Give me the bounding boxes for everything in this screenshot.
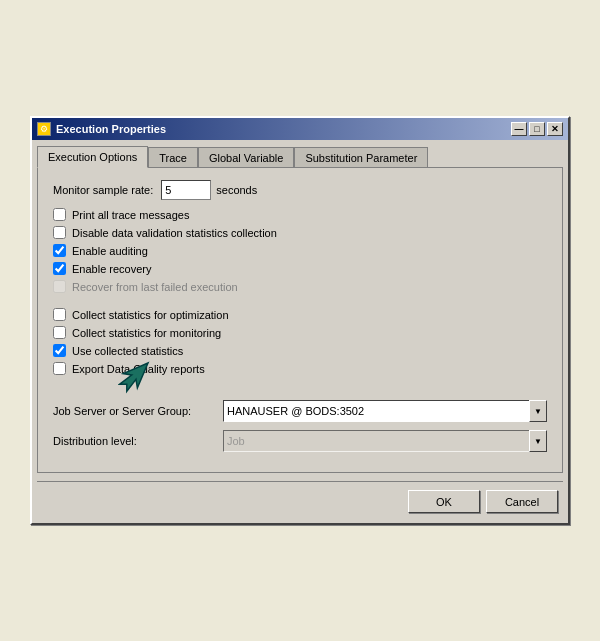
tab-substitution-parameter[interactable]: Substitution Parameter bbox=[294, 147, 428, 169]
job-server-row: Job Server or Server Group: HANAUSER @ B… bbox=[53, 400, 547, 422]
checkbox-row-print-trace: Print all trace messages bbox=[53, 208, 547, 221]
job-server-label: Job Server or Server Group: bbox=[53, 405, 223, 417]
monitor-sample-rate-input[interactable] bbox=[161, 180, 211, 200]
minimize-button[interactable]: — bbox=[511, 122, 527, 136]
tab-trace[interactable]: Trace bbox=[148, 147, 198, 169]
disable-validation-checkbox[interactable] bbox=[53, 226, 66, 239]
close-button[interactable]: ✕ bbox=[547, 122, 563, 136]
window-body: Execution Options Trace Global Variable … bbox=[32, 140, 568, 523]
export-quality-checkbox[interactable] bbox=[53, 362, 66, 375]
title-buttons: — □ ✕ bbox=[511, 122, 563, 136]
collect-monitoring-checkbox[interactable] bbox=[53, 326, 66, 339]
enable-recovery-label[interactable]: Enable recovery bbox=[72, 263, 152, 275]
collect-optimization-checkbox[interactable] bbox=[53, 308, 66, 321]
checkbox-row-use-collected: Use collected statistics bbox=[53, 344, 547, 357]
distribution-level-select[interactable]: Job bbox=[223, 430, 547, 452]
use-collected-checkbox[interactable] bbox=[53, 344, 66, 357]
enable-auditing-label[interactable]: Enable auditing bbox=[72, 245, 148, 257]
tab-content: Monitor sample rate: seconds Print all t… bbox=[37, 167, 563, 473]
collect-optimization-label[interactable]: Collect statistics for optimization bbox=[72, 309, 229, 321]
use-collected-label[interactable]: Use collected statistics bbox=[72, 345, 183, 357]
cancel-button[interactable]: Cancel bbox=[486, 490, 558, 513]
tab-bar: Execution Options Trace Global Variable … bbox=[37, 145, 563, 167]
monitor-sample-rate-row: Monitor sample rate: seconds bbox=[53, 180, 547, 200]
window-icon: ⚙ bbox=[37, 122, 51, 136]
checkbox-row-enable-recovery: Enable recovery bbox=[53, 262, 547, 275]
checkbox-row-collect-monitoring: Collect statistics for monitoring bbox=[53, 326, 547, 339]
execution-properties-dialog: ⚙ Execution Properties — □ ✕ Execution O… bbox=[30, 116, 570, 525]
checkbox-row-collect-optimization: Collect statistics for optimization bbox=[53, 308, 547, 321]
disable-validation-label[interactable]: Disable data validation statistics colle… bbox=[72, 227, 277, 239]
title-bar-left: ⚙ Execution Properties bbox=[37, 122, 166, 136]
distribution-level-select-wrapper: Job ▼ bbox=[223, 430, 547, 452]
distribution-level-label: Distribution level: bbox=[53, 435, 223, 447]
checkbox-row-disable-validation: Disable data validation statistics colle… bbox=[53, 226, 547, 239]
enable-auditing-checkbox[interactable] bbox=[53, 244, 66, 257]
checkbox-row-recover-last-failed: Recover from last failed execution bbox=[53, 280, 547, 293]
tab-execution-options[interactable]: Execution Options bbox=[37, 146, 148, 168]
export-quality-label[interactable]: Export Data Quality reports bbox=[72, 363, 205, 375]
title-bar: ⚙ Execution Properties — □ ✕ bbox=[32, 118, 568, 140]
job-server-select-wrapper: HANAUSER @ BODS:3502 ▼ bbox=[223, 400, 547, 422]
print-trace-checkbox[interactable] bbox=[53, 208, 66, 221]
button-area: OK Cancel bbox=[37, 481, 563, 518]
bottom-area: Job Server or Server Group: HANAUSER @ B… bbox=[53, 390, 547, 452]
window-title: Execution Properties bbox=[56, 123, 166, 135]
distribution-level-row: Distribution level: Job ▼ bbox=[53, 430, 547, 452]
ok-button[interactable]: OK bbox=[408, 490, 480, 513]
enable-recovery-checkbox[interactable] bbox=[53, 262, 66, 275]
recover-last-failed-checkbox bbox=[53, 280, 66, 293]
seconds-label: seconds bbox=[216, 184, 257, 196]
maximize-button[interactable]: □ bbox=[529, 122, 545, 136]
monitor-sample-rate-label: Monitor sample rate: bbox=[53, 184, 153, 196]
print-trace-label[interactable]: Print all trace messages bbox=[72, 209, 189, 221]
job-server-select[interactable]: HANAUSER @ BODS:3502 bbox=[223, 400, 547, 422]
checkbox-row-export-quality: Export Data Quality reports bbox=[53, 362, 547, 375]
recover-last-failed-label: Recover from last failed execution bbox=[72, 281, 238, 293]
checkbox-row-enable-auditing: Enable auditing bbox=[53, 244, 547, 257]
collect-monitoring-label[interactable]: Collect statistics for monitoring bbox=[72, 327, 221, 339]
tab-global-variable[interactable]: Global Variable bbox=[198, 147, 294, 169]
